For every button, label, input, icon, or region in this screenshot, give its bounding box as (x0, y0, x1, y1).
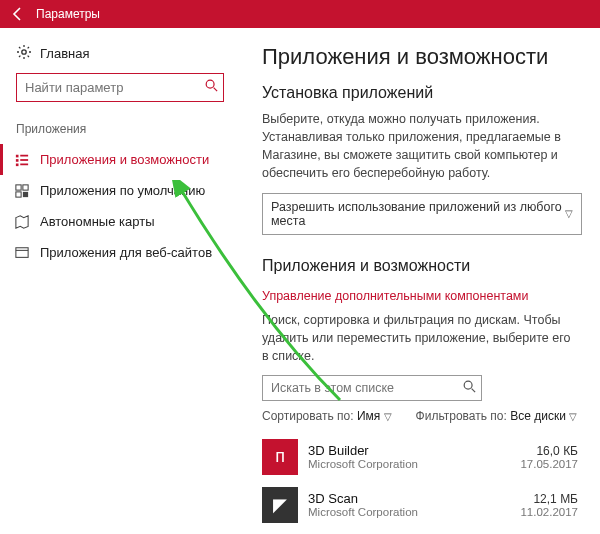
svg-rect-7 (16, 163, 19, 166)
sort-control[interactable]: Сортировать по: Имя ▽ (262, 409, 392, 423)
app-size: 12,1 МБ (520, 492, 578, 506)
svg-point-1 (206, 80, 214, 88)
sidebar-item-label: Приложения для веб-сайтов (40, 245, 212, 260)
svg-rect-13 (16, 247, 28, 257)
app-meta: 12,1 МБ11.02.2017 (520, 492, 578, 518)
svg-point-0 (22, 50, 26, 54)
back-button[interactable] (6, 2, 30, 26)
svg-point-15 (464, 381, 472, 389)
filter-control[interactable]: Фильтровать по: Все диски ▽ (416, 409, 578, 423)
app-publisher: Microsoft Corporation (308, 458, 520, 470)
chevron-down-icon: ▽ (384, 411, 392, 422)
default-icon (14, 184, 30, 198)
filter-label: Фильтровать по: (416, 409, 507, 423)
svg-rect-8 (20, 163, 28, 165)
app-size: 16,0 КБ (520, 444, 578, 458)
app-name: 3D Builder (308, 443, 520, 458)
gear-icon (16, 44, 32, 63)
svg-rect-5 (16, 159, 19, 162)
install-source-combo[interactable]: Разрешить использование приложений из лю… (262, 193, 582, 235)
apps-search-wrap (262, 375, 482, 401)
page-title: Приложения и возможности (262, 44, 578, 70)
sidebar-item-label: Приложения и возможности (40, 152, 209, 167)
svg-rect-12 (23, 191, 28, 196)
apps-section-title: Приложения и возможности (262, 257, 578, 275)
app-publisher: Microsoft Corporation (308, 506, 520, 518)
install-desc: Выберите, откуда можно получать приложен… (262, 110, 578, 183)
filter-value: Все диски (510, 409, 566, 423)
chevron-down-icon: ▽ (569, 411, 577, 422)
apps-search-input[interactable] (262, 375, 482, 401)
svg-line-16 (472, 389, 476, 393)
content: Главная Приложения Приложения и возможно… (0, 28, 600, 534)
manage-features-link[interactable]: Управление дополнительными компонентами (262, 289, 528, 303)
sidebar-item-label: Автономные карты (40, 214, 155, 229)
apps-desc: Поиск, сортировка и фильтрация по дискам… (262, 311, 578, 365)
app-meta: 16,0 КБ17.05.2017 (520, 444, 578, 470)
sidebar-item-apps-features[interactable]: Приложения и возможности (0, 144, 240, 175)
svg-rect-3 (16, 154, 19, 157)
group-label: Приложения (0, 118, 240, 144)
sort-value: Имя (357, 409, 380, 423)
app-row[interactable]: ◤3D ScanMicrosoft Corporation12,1 МБ11.0… (262, 481, 578, 529)
app-row[interactable]: ⊞Acer ExplorerAcer Incorporated54,1 МБ03… (262, 529, 578, 534)
app-list: п3D BuilderMicrosoft Corporation16,0 КБ1… (262, 433, 578, 534)
svg-rect-4 (20, 154, 28, 156)
sidebar-item-label: Приложения по умолчанию (40, 183, 205, 198)
list-icon (14, 153, 30, 167)
app-row[interactable]: п3D BuilderMicrosoft Corporation16,0 КБ1… (262, 433, 578, 481)
sort-label: Сортировать по: (262, 409, 354, 423)
chevron-down-icon: ▽ (565, 208, 573, 219)
sidebar: Главная Приложения Приложения и возможно… (0, 28, 240, 534)
titlebar: Параметры (0, 0, 600, 28)
app-date: 17.05.2017 (520, 458, 578, 470)
sidebar-item-default-apps[interactable]: Приложения по умолчанию (0, 175, 240, 206)
search-input[interactable] (16, 73, 224, 102)
home-row[interactable]: Главная (0, 38, 240, 73)
app-info: 3D BuilderMicrosoft Corporation (308, 443, 520, 470)
home-label: Главная (40, 46, 89, 61)
combo-value: Разрешить использование приложений из лю… (271, 200, 565, 228)
search-wrap (16, 73, 224, 102)
web-icon (14, 246, 30, 260)
svg-rect-10 (23, 184, 28, 189)
app-name: 3D Scan (308, 491, 520, 506)
svg-line-2 (214, 88, 218, 92)
svg-rect-9 (16, 184, 21, 189)
svg-rect-6 (20, 159, 28, 161)
sidebar-item-web-apps[interactable]: Приложения для веб-сайтов (0, 237, 240, 268)
main-panel: Приложения и возможности Установка прило… (240, 28, 600, 534)
sidebar-item-offline-maps[interactable]: Автономные карты (0, 206, 240, 237)
install-section-title: Установка приложений (262, 84, 578, 102)
search-icon (462, 379, 476, 396)
app-tile-icon: п (262, 439, 298, 475)
sort-filter-row: Сортировать по: Имя ▽ Фильтровать по: Вс… (262, 409, 578, 423)
map-icon (14, 215, 30, 229)
app-info: 3D ScanMicrosoft Corporation (308, 491, 520, 518)
app-date: 11.02.2017 (520, 506, 578, 518)
app-tile-icon: ◤ (262, 487, 298, 523)
window-title: Параметры (36, 7, 100, 21)
svg-rect-11 (16, 191, 21, 196)
search-icon (204, 78, 218, 95)
